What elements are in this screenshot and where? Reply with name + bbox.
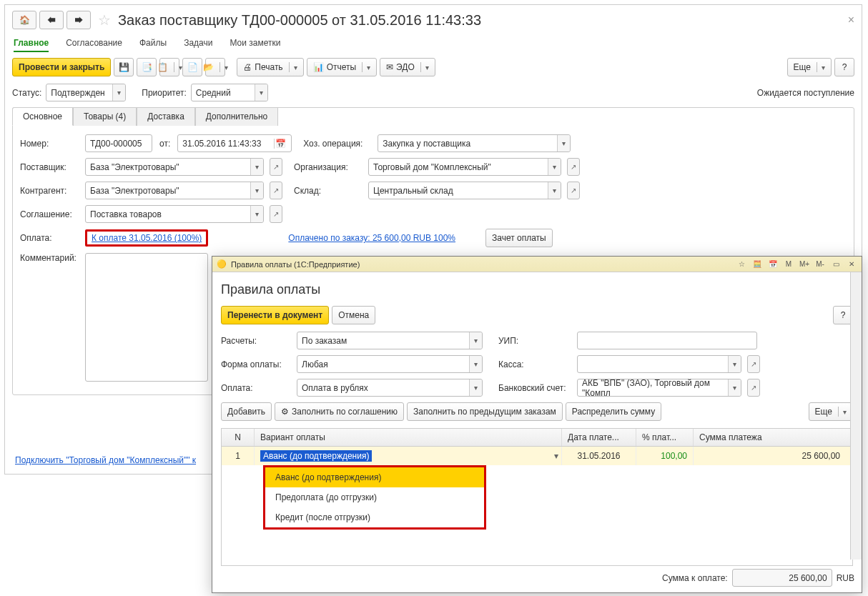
form-pay-dropdown-icon[interactable] <box>469 356 482 372</box>
offset-button[interactable]: Зачет оплаты <box>485 229 553 247</box>
priority-dropdown-icon[interactable] <box>255 84 267 101</box>
post-icon[interactable]: 📑 <box>137 58 157 76</box>
col-variant[interactable]: Вариант оплаты <box>255 429 562 446</box>
bank-field[interactable]: АКБ "ВПБ" (ЗАО), Торговый дом "Компл <box>577 379 741 397</box>
add-button[interactable]: Добавить <box>221 402 272 421</box>
table-row[interactable]: 1 Аванс (до подтверждения)▾ 31.05.2016 1… <box>222 447 852 465</box>
subtab-extra[interactable]: Дополнительно <box>195 107 278 126</box>
warehouse-field[interactable]: Центральный склад <box>368 182 561 199</box>
footer-currency: RUB <box>837 573 854 583</box>
reports-button[interactable]: 📊 Отчеты <box>307 58 377 76</box>
agreement-open-icon[interactable]: ↗ <box>270 205 282 223</box>
save-icon[interactable]: 💾 <box>114 58 134 76</box>
agreement-more-icon[interactable] <box>250 206 263 222</box>
uip-field[interactable] <box>577 332 757 349</box>
basis-button[interactable]: 📋 <box>159 58 179 76</box>
kassa-open-icon[interactable]: ↗ <box>747 355 760 373</box>
hozop-label: Хоз. операция: <box>303 139 373 149</box>
comment-field[interactable] <box>85 253 208 382</box>
post-close-button[interactable]: Провести и закрыть <box>12 58 111 76</box>
modal-more-button[interactable]: Еще <box>809 402 853 421</box>
bank-dropdown-icon[interactable] <box>728 379 741 396</box>
pay-dropdown-icon[interactable] <box>469 379 482 396</box>
supplier-open-icon[interactable]: ↗ <box>270 158 282 176</box>
create-basis-button[interactable]: 📂 <box>205 58 225 76</box>
kassa-dropdown-icon[interactable] <box>728 356 741 372</box>
calc-dropdown-icon[interactable] <box>469 332 482 349</box>
close-icon[interactable]: × <box>848 14 854 26</box>
fill-agreement-button[interactable]: ⚙ Заполнить по соглашению <box>275 402 404 421</box>
cell-variant[interactable]: Аванс (до подтверждения)▾ <box>255 447 562 465</box>
org-field[interactable]: Торговый дом "Комплексный" <box>368 158 561 176</box>
dropdown-option-credit[interactable]: Кредит (после отгрузки) <box>265 507 484 527</box>
favorite-icon[interactable]: ☆ <box>98 11 111 29</box>
supplier-field[interactable]: База "Электротовары" <box>85 158 264 176</box>
tab-files[interactable]: Файлы <box>139 35 167 52</box>
m-icon[interactable]: M <box>783 259 794 270</box>
agreement-field[interactable]: Поставка товаров <box>85 205 264 223</box>
dropdown-option-prepay[interactable]: Предоплата (до отгрузки) <box>265 487 484 507</box>
calc-icon[interactable]: 🧮 <box>751 259 763 270</box>
modal-scrollbar[interactable] <box>850 272 862 560</box>
forward-button[interactable]: 🡆 <box>66 11 91 29</box>
warehouse-open-icon[interactable]: ↗ <box>567 182 580 199</box>
tab-main[interactable]: Главное <box>14 35 49 52</box>
back-button[interactable]: 🡄 <box>39 11 64 29</box>
col-sum[interactable]: Сумма платежа <box>694 429 852 446</box>
calendar-icon[interactable]: 📅 <box>274 139 287 149</box>
tab-notes[interactable]: Мои заметки <box>230 35 280 52</box>
cancel-button[interactable]: Отмена <box>332 306 375 324</box>
status-dropdown-icon[interactable] <box>112 84 125 101</box>
print-button[interactable]: 🖨 Печать <box>237 58 303 76</box>
date-field[interactable]: 31.05.2016 11:43:33📅 <box>177 134 292 152</box>
subtab-main[interactable]: Основное <box>12 107 73 126</box>
fav-icon[interactable]: ☆ <box>736 259 747 270</box>
col-pct[interactable]: % плат... <box>636 429 694 446</box>
more-button[interactable]: Еще <box>787 58 832 76</box>
pay-field[interactable]: Оплата в рублях <box>297 379 483 397</box>
minimize-icon[interactable]: ▭ <box>830 259 842 270</box>
cell-date: 31.05.2016 <box>562 447 636 465</box>
subtab-goods[interactable]: Товары (4) <box>73 107 137 126</box>
contragent-dropdown-icon[interactable] <box>250 182 263 199</box>
form-pay-field[interactable]: Любая <box>297 355 483 373</box>
list-icon[interactable]: 📄 <box>182 58 202 76</box>
calendar-icon[interactable]: 📅 <box>767 259 779 270</box>
modal-footer: Сумма к оплате: 25 600,00 RUB <box>662 569 854 587</box>
hozop-dropdown-icon[interactable] <box>557 135 570 152</box>
col-n[interactable]: N <box>222 429 255 446</box>
contragent-open-icon[interactable]: ↗ <box>270 182 282 199</box>
footer-sum[interactable]: 25 600,00 <box>732 569 832 587</box>
variant-dropdown-icon[interactable]: ▾ <box>554 451 558 461</box>
edo-button[interactable]: ✉ ЭДО <box>380 58 435 76</box>
contragent-field[interactable]: База "Электротовары" <box>85 182 264 199</box>
help-button[interactable]: ? <box>834 58 854 76</box>
distribute-button[interactable]: Распределить сумму <box>566 402 661 421</box>
dropdown-option-avance[interactable]: Аванс (до подтверждения) <box>265 467 484 487</box>
payment-link[interactable]: К оплате 31.05.2016 (100%) <box>92 233 202 243</box>
supplier-dropdown-icon[interactable] <box>250 159 263 175</box>
from-label: от: <box>159 139 170 149</box>
home-button[interactable]: 🏠 <box>12 11 36 29</box>
calc-field[interactable]: По заказам <box>297 332 483 349</box>
hozop-field[interactable]: Закупка у поставщика <box>378 134 571 152</box>
tab-approval[interactable]: Согласование <box>66 35 122 52</box>
org-open-icon[interactable]: ↗ <box>567 158 580 176</box>
modal-close-icon[interactable]: ✕ <box>846 259 857 270</box>
tab-tasks[interactable]: Задачи <box>184 35 212 52</box>
org-dropdown-icon[interactable] <box>548 159 561 175</box>
status-row: Статус: Подтвержден Приоритет: Средний О… <box>12 84 854 101</box>
m-minus-icon[interactable]: M- <box>814 259 826 270</box>
fill-prev-button[interactable]: Заполнить по предыдущим заказам <box>407 402 563 421</box>
bank-open-icon[interactable]: ↗ <box>747 379 760 397</box>
pay-label: Оплата: <box>221 383 292 393</box>
m-plus-icon[interactable]: M+ <box>799 259 810 270</box>
subtab-delivery[interactable]: Доставка <box>137 107 195 126</box>
number-field[interactable]: ТД00-000005 <box>85 134 152 152</box>
transfer-button[interactable]: Перенести в документ <box>221 306 329 324</box>
kassa-field[interactable] <box>577 355 741 373</box>
col-date[interactable]: Дата плате... <box>562 429 636 446</box>
paid-link[interactable]: Оплачено по заказу: 25 600,00 RUB 100% <box>288 233 455 243</box>
attach-link[interactable]: Подключить "Торговый дом "Комплексный"" … <box>15 455 196 465</box>
warehouse-dropdown-icon[interactable] <box>548 182 561 199</box>
